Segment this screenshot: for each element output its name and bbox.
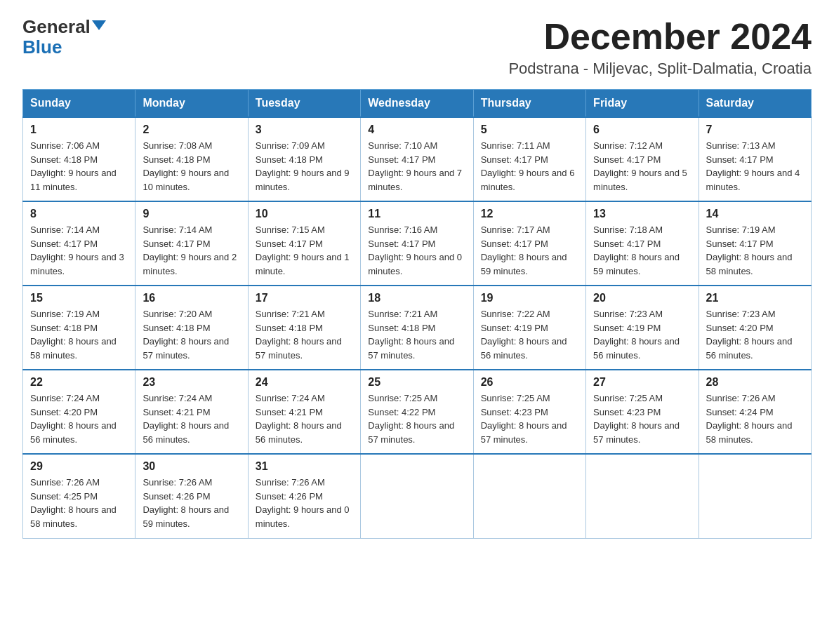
table-row: 20 Sunrise: 7:23 AMSunset: 4:19 PMDaylig… [586,286,699,370]
table-row: 15 Sunrise: 7:19 AMSunset: 4:18 PMDaylig… [23,286,135,370]
title-area: December 2024 Podstrana - Miljevac, Spli… [508,17,812,78]
day-info: Sunrise: 7:25 AMSunset: 4:22 PMDaylight:… [368,393,454,445]
day-info: Sunrise: 7:24 AMSunset: 4:21 PMDaylight:… [256,393,342,445]
day-number: 22 [30,376,128,389]
day-info: Sunrise: 7:06 AMSunset: 4:18 PMDaylight:… [30,140,117,192]
day-info: Sunrise: 7:16 AMSunset: 4:17 PMDaylight:… [368,224,462,276]
calendar-header: Sunday Monday Tuesday Wednesday Thursday… [23,90,812,118]
table-row: 14 Sunrise: 7:19 AMSunset: 4:17 PMDaylig… [699,201,811,286]
day-number: 30 [143,460,240,473]
table-row: 13 Sunrise: 7:18 AMSunset: 4:17 PMDaylig… [586,201,699,286]
header-wednesday: Wednesday [361,90,473,118]
day-info: Sunrise: 7:26 AMSunset: 4:24 PMDaylight:… [706,393,793,445]
header: General Blue December 2024 Podstrana - M… [22,17,812,78]
day-number: 9 [143,208,240,220]
table-row: 28 Sunrise: 7:26 AMSunset: 4:24 PMDaylig… [699,370,811,454]
day-info: Sunrise: 7:13 AMSunset: 4:17 PMDaylight:… [706,140,800,192]
table-row [586,454,699,538]
table-row: 24 Sunrise: 7:24 AMSunset: 4:21 PMDaylig… [248,370,360,454]
day-number: 6 [593,123,691,136]
table-row: 30 Sunrise: 7:26 AMSunset: 4:26 PMDaylig… [135,454,248,538]
day-number: 25 [368,376,465,389]
day-number: 24 [256,376,353,389]
day-number: 8 [30,208,128,220]
day-info: Sunrise: 7:14 AMSunset: 4:17 PMDaylight:… [30,224,124,276]
day-number: 26 [481,376,578,389]
day-info: Sunrise: 7:21 AMSunset: 4:18 PMDaylight:… [368,309,454,361]
day-number: 21 [706,292,804,304]
day-number: 2 [143,123,240,136]
header-thursday: Thursday [473,90,585,118]
table-row: 27 Sunrise: 7:25 AMSunset: 4:23 PMDaylig… [586,370,699,454]
day-info: Sunrise: 7:26 AMSunset: 4:26 PMDaylight:… [256,477,350,529]
table-row: 16 Sunrise: 7:20 AMSunset: 4:18 PMDaylig… [135,286,248,370]
day-info: Sunrise: 7:14 AMSunset: 4:17 PMDaylight:… [143,224,237,276]
day-info: Sunrise: 7:11 AMSunset: 4:17 PMDaylight:… [481,140,575,192]
day-number: 12 [481,208,578,220]
day-number: 3 [256,123,353,136]
table-row: 6 Sunrise: 7:12 AMSunset: 4:17 PMDayligh… [586,117,699,201]
day-number: 18 [368,292,465,304]
day-info: Sunrise: 7:19 AMSunset: 4:17 PMDaylight:… [706,224,793,276]
table-row: 8 Sunrise: 7:14 AMSunset: 4:17 PMDayligh… [23,201,135,286]
table-row: 9 Sunrise: 7:14 AMSunset: 4:17 PMDayligh… [135,201,248,286]
day-info: Sunrise: 7:23 AMSunset: 4:20 PMDaylight:… [706,309,793,361]
logo-blue-text: Blue [22,37,62,58]
day-number: 31 [256,460,353,473]
day-number: 16 [143,292,240,304]
table-row: 12 Sunrise: 7:17 AMSunset: 4:17 PMDaylig… [473,201,585,286]
day-number: 19 [481,292,578,304]
day-number: 10 [256,208,353,220]
day-info: Sunrise: 7:19 AMSunset: 4:18 PMDaylight:… [30,309,117,361]
table-row: 29 Sunrise: 7:26 AMSunset: 4:25 PMDaylig… [23,454,135,538]
day-number: 28 [706,376,804,389]
day-number: 7 [706,123,804,136]
day-info: Sunrise: 7:22 AMSunset: 4:19 PMDaylight:… [481,309,567,361]
table-row: 7 Sunrise: 7:13 AMSunset: 4:17 PMDayligh… [699,117,811,201]
day-number: 20 [593,292,691,304]
day-number: 1 [30,123,128,136]
day-number: 23 [143,376,240,389]
table-row: 31 Sunrise: 7:26 AMSunset: 4:26 PMDaylig… [248,454,360,538]
header-monday: Monday [135,90,248,118]
table-row: 26 Sunrise: 7:25 AMSunset: 4:23 PMDaylig… [473,370,585,454]
table-row: 4 Sunrise: 7:10 AMSunset: 4:17 PMDayligh… [361,117,473,201]
day-number: 14 [706,208,804,220]
day-info: Sunrise: 7:26 AMSunset: 4:26 PMDaylight:… [143,477,229,529]
table-row: 25 Sunrise: 7:25 AMSunset: 4:22 PMDaylig… [361,370,473,454]
day-info: Sunrise: 7:10 AMSunset: 4:17 PMDaylight:… [368,140,462,192]
table-row: 1 Sunrise: 7:06 AMSunset: 4:18 PMDayligh… [23,117,135,201]
table-row [699,454,811,538]
day-info: Sunrise: 7:20 AMSunset: 4:18 PMDaylight:… [143,309,229,361]
calendar-table: Sunday Monday Tuesday Wednesday Thursday… [22,89,812,539]
day-number: 27 [593,376,691,389]
day-info: Sunrise: 7:18 AMSunset: 4:17 PMDaylight:… [593,224,680,276]
table-row [473,454,585,538]
day-info: Sunrise: 7:08 AMSunset: 4:18 PMDaylight:… [143,140,229,192]
table-row: 2 Sunrise: 7:08 AMSunset: 4:18 PMDayligh… [135,117,248,201]
day-info: Sunrise: 7:25 AMSunset: 4:23 PMDaylight:… [481,393,567,445]
day-number: 15 [30,292,128,304]
calendar-title: December 2024 [508,17,812,57]
day-number: 29 [30,460,128,473]
calendar-body: 1 Sunrise: 7:06 AMSunset: 4:18 PMDayligh… [23,117,812,538]
day-info: Sunrise: 7:12 AMSunset: 4:17 PMDaylight:… [593,140,687,192]
logo: General Blue [22,17,106,57]
day-number: 17 [256,292,353,304]
day-info: Sunrise: 7:17 AMSunset: 4:17 PMDaylight:… [481,224,567,276]
day-number: 13 [593,208,691,220]
header-friday: Friday [586,90,699,118]
logo-general-text: General [22,17,91,37]
logo-triangle-icon [92,20,106,30]
day-info: Sunrise: 7:21 AMSunset: 4:18 PMDaylight:… [256,309,342,361]
day-info: Sunrise: 7:24 AMSunset: 4:21 PMDaylight:… [143,393,229,445]
table-row: 11 Sunrise: 7:16 AMSunset: 4:17 PMDaylig… [361,201,473,286]
table-row: 22 Sunrise: 7:24 AMSunset: 4:20 PMDaylig… [23,370,135,454]
calendar-subtitle: Podstrana - Miljevac, Split-Dalmatia, Cr… [508,60,812,78]
table-row: 19 Sunrise: 7:22 AMSunset: 4:19 PMDaylig… [473,286,585,370]
day-number: 11 [368,208,465,220]
day-info: Sunrise: 7:09 AMSunset: 4:18 PMDaylight:… [256,140,350,192]
table-row: 23 Sunrise: 7:24 AMSunset: 4:21 PMDaylig… [135,370,248,454]
day-info: Sunrise: 7:26 AMSunset: 4:25 PMDaylight:… [30,477,117,529]
day-info: Sunrise: 7:15 AMSunset: 4:17 PMDaylight:… [256,224,350,276]
